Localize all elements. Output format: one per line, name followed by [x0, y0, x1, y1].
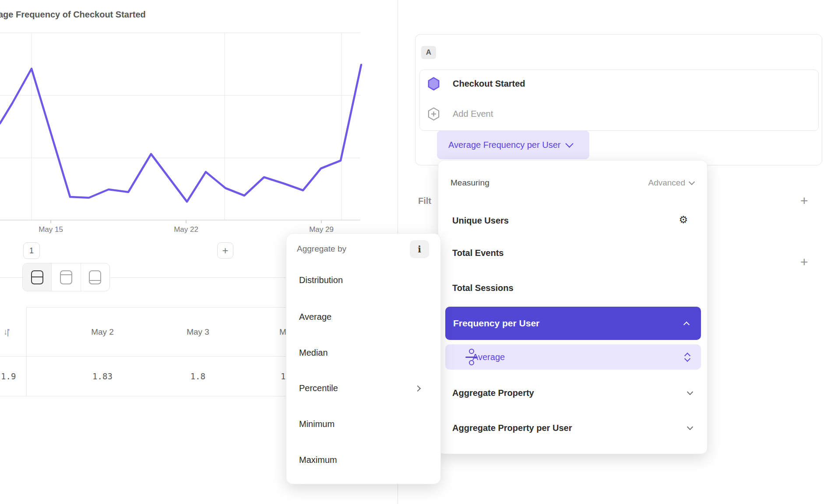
aggregate-by-dropdown: Aggregate by i Distribution Average Medi… [286, 233, 441, 484]
average-divide-icon [464, 349, 479, 365]
split-view-icon [31, 270, 43, 284]
chart-series-line[interactable] [0, 65, 361, 202]
menu-item-total-sessions[interactable]: Total Sessions [452, 283, 514, 293]
add-breakdown-button[interactable]: + [800, 256, 808, 269]
menu-item-maximum[interactable]: Maximum [299, 455, 337, 465]
add-event-button[interactable]: Add Event [453, 109, 493, 119]
advanced-toggle[interactable]: Advanced [648, 178, 694, 188]
x-axis-label: May 22 [166, 225, 206, 234]
menu-item-percentile[interactable]: Percentile [299, 383, 338, 393]
table-col-header[interactable]: May 3 [176, 327, 220, 337]
event-name[interactable]: Checkout Started [453, 79, 525, 89]
chevron-down-icon [689, 179, 695, 185]
measurement-dropdown-button[interactable]: Average Frequency per User [437, 130, 589, 159]
event-card: Checkout Started Add Event [419, 70, 819, 131]
chevron-down-icon [566, 140, 574, 147]
table-cell: 1.83 [81, 371, 124, 381]
table-col-border [26, 307, 27, 396]
x-axis-label: May 29 [302, 225, 341, 234]
menu-item-aggregate-property[interactable]: Aggregate Property [452, 388, 534, 398]
chevron-right-icon [415, 385, 421, 392]
x-axis-label: May 15 [31, 225, 70, 234]
frequency-per-user-label: Frequency per User [453, 318, 539, 329]
menu-item-distribution[interactable]: Distribution [299, 275, 343, 285]
add-annotation-button[interactable]: + [217, 242, 233, 259]
menu-item-minimum[interactable]: Minimum [299, 419, 335, 429]
chevron-down-icon [687, 389, 693, 395]
toggle-split-view[interactable] [23, 263, 52, 291]
menu-subitem-average[interactable]: Average [445, 344, 701, 370]
menu-item-unique-users[interactable]: Unique Users [452, 216, 509, 226]
table-sort-icon[interactable]: ↓|ʹ [4, 327, 9, 337]
add-filter-button[interactable]: + [800, 194, 808, 207]
chevron-up-down-icon [673, 354, 690, 361]
table-view-icon [89, 270, 101, 284]
advanced-label: Advanced [648, 178, 685, 188]
measuring-dropdown: Measuring Advanced Unique Users ⚙ Total … [438, 160, 708, 454]
table-col-header[interactable]: May 2 [81, 327, 124, 337]
metric-letter-badge: A [421, 46, 436, 59]
aggregate-by-header: Aggregate by [297, 244, 346, 254]
table-col-header[interactable]: M [279, 327, 286, 337]
menu-item-aggregate-property-per-user[interactable]: Aggregate Property per User [452, 423, 572, 433]
filter-section-label: Filt [418, 196, 438, 206]
measuring-header: Measuring [451, 178, 489, 188]
line-chart [0, 0, 398, 245]
info-icon[interactable]: i [410, 240, 429, 258]
table-cell: 1.9 [1, 371, 16, 381]
chart-view-icon [60, 270, 72, 284]
granularity-button[interactable]: 1 [23, 242, 40, 259]
chevron-up-icon [683, 322, 690, 328]
toggle-table-view[interactable] [81, 263, 109, 291]
measurement-dropdown-label: Average Frequency per User [448, 140, 560, 150]
event-hexagon-icon [428, 77, 440, 91]
view-toggle-group [22, 263, 110, 291]
menu-item-median[interactable]: Median [299, 348, 328, 358]
metrics-heading: Metrics [417, 0, 456, 2]
menu-item-total-events[interactable]: Total Events [452, 248, 504, 258]
chevron-down-icon [687, 424, 693, 430]
table-cell: 1.8 [176, 371, 220, 381]
toggle-chart-view[interactable] [52, 263, 81, 291]
menu-item-frequency-per-user-selected[interactable]: Frequency per User [445, 307, 701, 340]
menu-item-average[interactable]: Average [299, 312, 331, 322]
add-event-icon [428, 107, 440, 121]
gear-icon[interactable]: ⚙ [679, 215, 688, 225]
